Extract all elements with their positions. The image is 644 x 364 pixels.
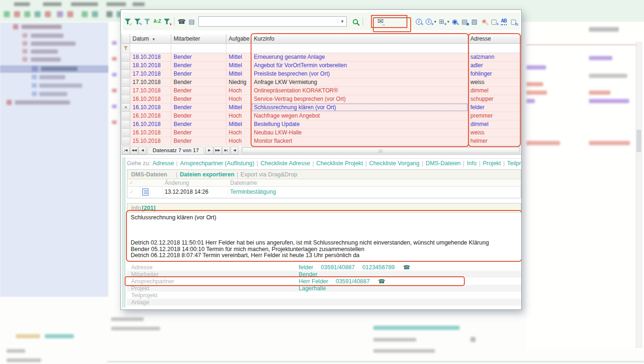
gehe-zu-link-teilprojekt[interactable]: Teilprojekt xyxy=(507,160,521,167)
cell-kurzinfo[interactable]: Service-Vertrag besprechen (vor Ort) xyxy=(252,95,468,103)
next-record-button[interactable]: ▶ xyxy=(205,147,213,154)
word-document-icon[interactable] xyxy=(142,189,148,196)
row-indicator-cell[interactable] xyxy=(122,95,130,103)
cell-mitarbeiter[interactable]: Bender xyxy=(171,128,226,137)
cell-adresse[interactable]: dimmel xyxy=(468,120,521,128)
cell-datum[interactable]: 17.10.2018 xyxy=(130,86,171,95)
cell-datum[interactable]: 17.10.2018 xyxy=(130,78,171,86)
cell-datum[interactable]: 18.10.2018 xyxy=(130,61,171,70)
cell-kurzinfo[interactable]: Erneuerung gesamte Anlage xyxy=(252,53,468,61)
column-header-adresse[interactable]: Adresse xyxy=(468,34,521,43)
table-row[interactable]: >16.10.2018BenderMittelSchlussrechnung k… xyxy=(122,103,521,112)
search-icon[interactable] xyxy=(350,17,360,26)
row-indicator-cell[interactable] xyxy=(122,128,130,137)
pin-edit-icon[interactable]: ◉✎ xyxy=(450,17,460,26)
row-indicator-cell[interactable] xyxy=(122,137,130,145)
table-row[interactable]: 16.10.2018BenderHochNachfrage wegen Ange… xyxy=(122,112,521,120)
cell-adresse[interactable]: helmer xyxy=(468,137,521,145)
cell-kurzinfo[interactable]: Nachfrage wegen Angebot xyxy=(252,112,468,120)
vertical-splitter[interactable] xyxy=(122,157,126,308)
phone-icon[interactable]: ☎ xyxy=(177,17,187,26)
background-scrollbar[interactable] xyxy=(636,42,642,348)
table-row[interactable]: 18.10.2018BenderMittelErneuerung gesamte… xyxy=(122,53,521,61)
cell-datum[interactable]: 17.10.2018 xyxy=(130,70,171,78)
info-add-icon-dropdown[interactable]: ▼ xyxy=(434,20,437,23)
action-edit-icon[interactable]: ✳✎ xyxy=(479,17,489,26)
dms-col-dateiname[interactable]: Dateiname xyxy=(228,179,521,187)
cell-datum[interactable]: 16.10.2018 xyxy=(130,103,171,112)
gehe-zu-link-checkliste-vorgang[interactable]: Checkliste Vorgang xyxy=(369,160,420,167)
filter-input-cell[interactable] xyxy=(130,43,171,53)
doc-add-icon[interactable]: ▢+ xyxy=(489,17,499,26)
cell-aufgabe[interactable]: Mittel xyxy=(226,70,252,78)
row-indicator-cell[interactable] xyxy=(122,86,130,95)
cell-adresse[interactable]: dimmel xyxy=(468,86,521,95)
cell-mitarbeiter[interactable]: Bender xyxy=(171,137,226,145)
gehe-zu-link-ansprechpartner-auflistung-[interactable]: Ansprechpartner (Auflistung) xyxy=(180,160,254,167)
column-header-mitarbeiter[interactable]: Mitarbeiter xyxy=(171,34,226,43)
prev-record-button[interactable]: ◀ xyxy=(139,147,147,154)
row-indicator-cell[interactable] xyxy=(122,120,130,128)
cell-mitarbeiter[interactable]: Bender xyxy=(171,61,226,70)
cell-mitarbeiter[interactable]: Bender xyxy=(171,70,226,78)
cell-aufgabe[interactable]: Mittel xyxy=(226,120,252,128)
phone-icon[interactable]: ☎ xyxy=(378,278,385,285)
field-value-link[interactable]: Herr Felder xyxy=(299,278,328,285)
cell-adresse[interactable]: weiss xyxy=(468,78,521,86)
row-indicator-cell[interactable] xyxy=(122,70,130,78)
cell-aufgabe[interactable]: Mittel xyxy=(226,61,252,70)
table-row[interactable]: 15.10.2018BenderHochMonitor flackerthelm… xyxy=(122,137,521,145)
cell-kurzinfo[interactable]: Angebot für VorOrtTermin vorbereiten xyxy=(252,61,468,70)
cell-mitarbeiter[interactable]: Bender xyxy=(171,86,226,95)
search-input[interactable] xyxy=(199,17,338,26)
cell-adresse[interactable]: fohlinger xyxy=(468,70,521,78)
cell-adresse[interactable]: weiss xyxy=(468,128,521,137)
row-indicator-cell[interactable]: > xyxy=(122,103,130,112)
cell-datum[interactable]: 16.10.2018 xyxy=(130,112,171,120)
chevron-down-icon[interactable]: ▼ xyxy=(338,19,346,24)
cell-aufgabe[interactable]: Mittel xyxy=(226,103,252,112)
table-row[interactable]: 17.10.2018BenderNiedrigAnfrage LKW Vermi… xyxy=(122,78,521,86)
cell-aufgabe[interactable]: Hoch xyxy=(226,128,252,137)
hscroll-left-arrow[interactable]: ◀ xyxy=(231,147,238,154)
gehe-zu-link-dms-dateien[interactable]: DMS-Dateien xyxy=(426,160,461,167)
field-value-link[interactable]: Lagerhalle xyxy=(299,285,326,292)
cell-datum[interactable]: 16.10.2018 xyxy=(130,120,171,128)
hscroll-thumb[interactable] xyxy=(242,147,519,153)
gehe-zu-link-checkliste-adresse[interactable]: Checkliste Adresse xyxy=(260,160,310,167)
cell-kurzinfo[interactable]: Bestellung Update xyxy=(252,120,468,128)
cell-mitarbeiter[interactable]: Bender xyxy=(171,53,226,61)
cell-datum[interactable]: 15.10.2018 xyxy=(130,137,171,145)
cell-adresse[interactable]: schupper xyxy=(468,95,521,103)
row-indicator-cell[interactable] xyxy=(122,53,130,61)
table-row[interactable]: 16.10.2018BenderHochService-Vertrag besp… xyxy=(122,95,521,103)
text-template-icon[interactable]: AB xyxy=(499,17,509,26)
field-value-link[interactable]: 03591/40887 xyxy=(321,264,355,271)
new-email-icon[interactable]: ✉→ xyxy=(376,17,385,26)
contact-search-icon[interactable]: ▤ xyxy=(187,17,196,26)
filter-edit-icon[interactable]: ✎ xyxy=(133,17,142,26)
image-export-icon[interactable]: ▧ xyxy=(469,17,479,26)
cell-aufgabe[interactable]: Niedrig xyxy=(226,78,252,86)
info-add-icon[interactable]: i+ xyxy=(424,17,434,26)
cell-datum[interactable]: 16.10.2018 xyxy=(130,128,171,137)
cell-aufgabe[interactable]: Hoch xyxy=(226,95,252,103)
cell-kurzinfo[interactable]: Monitor flackert xyxy=(252,137,468,145)
cell-adresse[interactable]: adler xyxy=(468,61,521,70)
cell-datum[interactable]: 16.10.2018 xyxy=(130,95,171,103)
cell-adresse[interactable]: salzmann xyxy=(468,53,521,61)
cell-mitarbeiter[interactable]: Bender xyxy=(171,78,226,86)
field-value-link[interactable]: felder xyxy=(299,264,313,271)
filter-row-icon-cell[interactable] xyxy=(122,43,130,53)
link-add-icon-dropdown[interactable]: ▼ xyxy=(447,20,450,23)
filter-input-cell[interactable] xyxy=(468,43,521,53)
cell-kurzinfo[interactable]: Schlussrechnung klären (vor Ort) xyxy=(252,103,468,112)
info-count-badge[interactable]: [201] xyxy=(142,205,155,211)
cell-kurzinfo[interactable]: Onlinepräsentation KORAKTOR® xyxy=(252,86,468,95)
field-value-link[interactable]: 0123456789 xyxy=(362,264,395,271)
cell-aufgabe[interactable]: Hoch xyxy=(226,137,252,145)
table-row[interactable]: 17.10.2018BenderMittelPreisliste besprec… xyxy=(122,70,521,78)
column-header-datum[interactable]: Datum▼ xyxy=(130,34,171,43)
table-row[interactable]: 17.10.2018BenderHochOnlinepräsentation K… xyxy=(122,86,521,95)
first-record-button[interactable]: |◀ xyxy=(122,147,130,154)
